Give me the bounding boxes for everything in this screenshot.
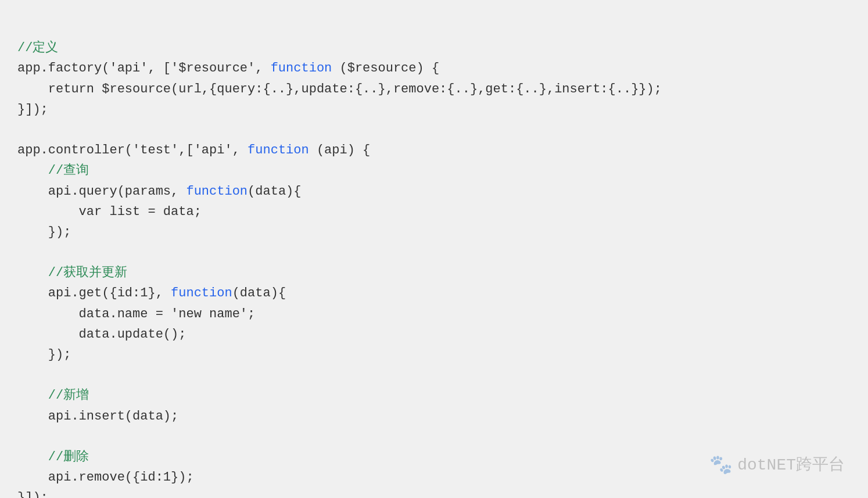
code-keyword: function bbox=[271, 61, 332, 76]
code-line: data.name = 'new name'; bbox=[17, 304, 851, 324]
code-line bbox=[17, 436, 851, 447]
code-text: api.insert(data); bbox=[17, 409, 178, 424]
code-line bbox=[17, 253, 851, 263]
code-text: (api) { bbox=[309, 143, 371, 157]
code-text: return $resource(url,{query:{..},update:… bbox=[17, 82, 662, 96]
code-line bbox=[17, 365, 851, 375]
code-line: }); bbox=[17, 345, 851, 365]
code-line: //定义 bbox=[17, 38, 851, 58]
code-text: }); bbox=[17, 347, 71, 362]
code-text: app.factory('api', ['$resource', bbox=[17, 61, 271, 76]
code-line: }); bbox=[17, 222, 851, 242]
code-line: var list = data; bbox=[17, 202, 851, 222]
code-text: data.name = 'new name'; bbox=[17, 307, 255, 321]
code-text bbox=[17, 163, 48, 178]
code-text: ($resource) { bbox=[332, 61, 439, 76]
code-keyword: function bbox=[171, 286, 232, 300]
code-line: app.factory('api', ['$resource', functio… bbox=[17, 58, 851, 78]
code-line: }]); bbox=[17, 99, 851, 120]
code-text: api.remove({id:1}); bbox=[17, 470, 194, 485]
code-text bbox=[17, 266, 48, 280]
code-text bbox=[17, 388, 48, 403]
code-line: //删除 bbox=[17, 447, 851, 467]
code-line: api.query(params, function(data){ bbox=[17, 181, 851, 202]
code-keyword: function bbox=[248, 143, 309, 157]
code-line: api.insert(data); bbox=[17, 406, 851, 427]
code-line bbox=[17, 120, 851, 130]
code-text: data.update(); bbox=[17, 327, 186, 342]
code-line: //获取并更新 bbox=[17, 263, 851, 283]
code-text: api.get({id:1}, bbox=[17, 286, 171, 300]
code-block: //定义app.factory('api', ['$resource', fun… bbox=[17, 17, 851, 498]
code-keyword: function bbox=[186, 184, 248, 199]
code-comment: //删除 bbox=[48, 450, 89, 464]
code-line: api.get({id:1}, function(data){ bbox=[17, 283, 851, 303]
code-line: }]); bbox=[17, 488, 851, 498]
code-comment: //获取并更新 bbox=[48, 266, 127, 280]
code-comment: //定义 bbox=[17, 41, 58, 55]
code-line: api.remove({id:1}); bbox=[17, 467, 851, 488]
code-line bbox=[17, 375, 851, 386]
code-comment: //新增 bbox=[48, 388, 89, 403]
code-text: }]); bbox=[17, 102, 48, 117]
code-line bbox=[17, 427, 851, 437]
code-line: //新增 bbox=[17, 385, 851, 406]
code-line bbox=[17, 130, 851, 141]
code-line bbox=[17, 242, 851, 253]
code-comment: //查询 bbox=[48, 163, 89, 178]
code-line: //查询 bbox=[17, 160, 851, 181]
code-text: var list = data; bbox=[17, 205, 202, 219]
code-text: (data){ bbox=[248, 184, 301, 199]
code-text: }); bbox=[17, 225, 71, 239]
code-text: app.controller('test',['api', bbox=[17, 143, 248, 157]
code-text bbox=[17, 450, 48, 464]
code-text: (data){ bbox=[232, 286, 286, 300]
code-text: api.query(params, bbox=[17, 184, 186, 199]
code-line: data.update(); bbox=[17, 324, 851, 345]
code-text: }]); bbox=[17, 490, 48, 498]
code-line: return $resource(url,{query:{..},update:… bbox=[17, 79, 851, 99]
code-line: app.controller('test',['api', function (… bbox=[17, 140, 851, 160]
